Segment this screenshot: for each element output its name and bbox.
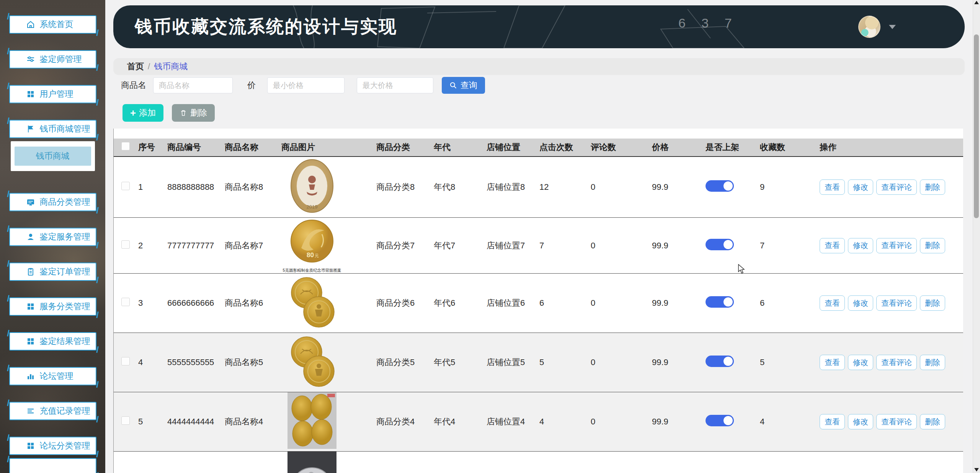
cell-name: 商品名称4	[225, 416, 281, 427]
sidebar-item-label: 鉴定结果管理	[40, 336, 90, 347]
table-header-row: 序号商品编号商品名称商品图片商品分类年代店铺位置点击次数评论数价格是否上架收藏数…	[114, 139, 963, 157]
cell-comments: 0	[591, 357, 652, 367]
delete-button-label: 删除	[190, 107, 207, 119]
on-shelf-toggle[interactable]	[706, 356, 734, 367]
edit-button[interactable]: 修改	[848, 295, 873, 311]
cell-category: 商品分类6	[376, 297, 434, 309]
cell-era: 年代8	[434, 181, 487, 193]
cell-actions: 查看修改查看评论删除	[820, 179, 963, 195]
table-row: 63333333333商品名称3商品分类3年代3店铺位置33099.93查看修改…	[114, 452, 963, 473]
cell-select	[114, 357, 138, 368]
avatar[interactable]	[858, 16, 880, 38]
on-shelf-toggle[interactable]	[706, 239, 734, 250]
cell-name: 商品名称7	[225, 240, 281, 251]
user-area	[858, 5, 896, 48]
product-image: 80元5克圆形精制金质纪念币背面图案	[281, 218, 343, 273]
sidebar-item-9[interactable]: 鉴定结果管理	[9, 332, 96, 351]
mouse-cursor	[738, 264, 747, 274]
filter-price-label: 价	[247, 80, 256, 91]
delete-button[interactable]: 删除	[920, 414, 945, 429]
edit-button[interactable]: 修改	[848, 414, 873, 429]
select-all-checkbox[interactable]	[121, 142, 130, 150]
view-comments-button[interactable]: 查看评论	[876, 414, 917, 429]
cell-shop: 店铺位置5	[487, 357, 539, 368]
cell-comments: 0	[591, 182, 652, 192]
cell-name: 商品名称6	[225, 297, 281, 309]
search-button[interactable]: 查询	[442, 77, 485, 94]
cell-comments: 0	[591, 241, 652, 251]
view-button[interactable]: 查看	[820, 295, 845, 311]
delete-selected-button[interactable]: 删除	[172, 104, 215, 122]
cell-image: 2019	[281, 157, 376, 217]
sidebar-item-8[interactable]: 服务分类管理	[9, 297, 96, 316]
delete-button[interactable]: 删除	[920, 355, 945, 370]
column-header: 价格	[652, 142, 706, 153]
trash-icon	[180, 109, 187, 117]
delete-button[interactable]: 删除	[920, 295, 945, 311]
view-comments-button[interactable]: 查看评论	[876, 355, 917, 370]
table-row: 36666666666商品名称6商品分类6年代6店铺位置66099.96查看修改…	[114, 274, 963, 333]
view-comments-button[interactable]: 查看评论	[876, 179, 917, 195]
min-price-input[interactable]	[267, 77, 345, 93]
row-checkbox[interactable]	[121, 357, 130, 365]
search-icon	[449, 82, 457, 89]
scroll-down-arrow-icon[interactable]	[974, 468, 979, 471]
cell-index: 1	[138, 182, 167, 192]
cell-index: 4	[138, 357, 167, 367]
delete-button[interactable]: 删除	[920, 238, 945, 253]
row-checkbox[interactable]	[121, 182, 130, 190]
breadcrumb-home[interactable]: 首页	[127, 61, 144, 72]
sidebar-item-11[interactable]: 充值记录管理	[9, 402, 96, 420]
max-price-input[interactable]	[357, 77, 433, 93]
view-button[interactable]: 查看	[820, 179, 845, 195]
column-header: 序号	[138, 142, 167, 153]
sidebar-item-3[interactable]: 用户管理	[9, 85, 96, 103]
cell-on-shelf	[706, 415, 760, 429]
scroll-up-arrow-icon[interactable]	[974, 1, 979, 4]
cell-clicks: 5	[539, 357, 591, 367]
sidebar-item-label: 充值记录管理	[40, 405, 90, 417]
app-header: 6 3 7 钱币收藏交流系统的设计与实现	[113, 5, 965, 48]
sidebar-item-2[interactable]: 鉴定师管理	[9, 50, 96, 69]
chevron-down-icon[interactable]	[889, 25, 896, 29]
edit-button[interactable]: 修改	[848, 179, 873, 195]
sidebar-item-1[interactable]: 系统首页	[9, 15, 96, 34]
sidebar-item-label: 论坛管理	[40, 370, 74, 382]
filter-bar: 商品名 价 查询	[113, 77, 485, 94]
view-button[interactable]: 查看	[820, 238, 845, 253]
edit-button[interactable]: 修改	[848, 238, 873, 253]
on-shelf-toggle[interactable]	[706, 296, 734, 308]
view-comments-button[interactable]: 查看评论	[876, 238, 917, 253]
grid-icon	[26, 337, 35, 346]
sidebar-item-5[interactable]: 商品分类管理	[9, 193, 96, 211]
grid-icon	[26, 302, 35, 311]
row-checkbox[interactable]	[121, 298, 130, 306]
sidebar-item-12[interactable]: 论坛分类管理	[9, 437, 96, 455]
scrollbar-thumb[interactable]	[974, 34, 979, 218]
view-button[interactable]: 查看	[820, 355, 845, 370]
add-button[interactable]: + 添加	[122, 104, 163, 122]
sidebar-item-7[interactable]: 鉴定订单管理	[9, 263, 96, 281]
sidebar-item-6[interactable]: 鉴定服务管理	[9, 228, 96, 246]
cell-name: 商品名称8	[225, 181, 281, 193]
product-name-input[interactable]	[153, 77, 233, 93]
view-comments-button[interactable]: 查看评论	[876, 295, 917, 311]
column-header: 评论数	[591, 142, 652, 153]
row-checkbox[interactable]	[121, 240, 130, 249]
header-sketch-digits: 6 3 7	[678, 16, 738, 30]
row-checkbox[interactable]	[121, 416, 130, 425]
view-button[interactable]: 查看	[820, 414, 845, 429]
column-header: 商品编号	[167, 142, 225, 153]
cell-select	[114, 298, 138, 308]
on-shelf-toggle[interactable]	[706, 415, 734, 426]
select-all-cell	[114, 142, 138, 153]
sidebar-item-4[interactable]: 钱币商城管理	[9, 120, 96, 138]
cell-actions: 查看修改查看评论删除	[820, 295, 963, 311]
sidebar-item-partial[interactable]	[9, 458, 96, 473]
sidebar-subitem[interactable]: 钱币商城	[15, 147, 91, 166]
on-shelf-toggle[interactable]	[706, 180, 734, 192]
delete-button[interactable]: 删除	[920, 179, 945, 195]
sidebar-item-10[interactable]: 论坛管理	[9, 367, 96, 385]
scrollbar[interactable]	[973, 0, 980, 473]
edit-button[interactable]: 修改	[848, 355, 873, 370]
